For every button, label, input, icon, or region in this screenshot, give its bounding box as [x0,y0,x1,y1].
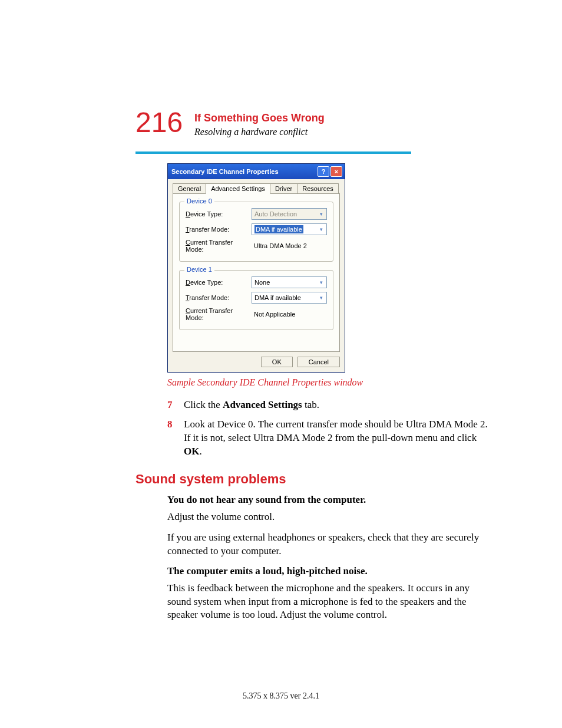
tab-resources[interactable]: Resources [297,183,339,194]
chapter-title: If Something Goes Wrong [194,112,325,124]
page: 216 If Something Goes Wrong Resolving a … [0,0,562,728]
chevron-down-icon[interactable]: ▾ [317,226,325,232]
tabstrip: General Advanced Settings Driver Resourc… [173,183,340,193]
problem-2-title: The computer emits a loud, high-pitched … [167,565,491,577]
device1-legend: Device 1 [184,266,214,273]
device0-current-label: Current Transfer Mode: [186,239,252,253]
section-heading: Sound system problems [135,472,491,487]
step-text: Click the Advanced Settings tab. [184,398,491,412]
device1-current-row: Current Transfer Mode: Not Applicable [186,307,327,321]
titlebar-buttons: ? × [318,166,342,177]
device0-transfer-select[interactable]: DMA if available ▾ [252,223,327,235]
dialog-client: General Advanced Settings Driver Resourc… [168,179,345,372]
device0-type-row: Device Type: Auto Detection ▾ [186,208,327,220]
tab-driver[interactable]: Driver [270,183,297,194]
device0-current-row: Current Transfer Mode: Ultra DMA Mode 2 [186,239,327,253]
device1-current-value: Not Applicable [252,311,295,318]
device1-type-row: Device Type: None ▾ [186,276,327,288]
device0-transfer-value: DMA if available [254,226,317,233]
step-7: 7 Click the Advanced Settings tab. [167,398,491,412]
problem-1-para-b: If you are using external headphones or … [167,531,491,558]
device1-transfer-select[interactable]: DMA if available ▾ [252,292,327,304]
chapter-subtitle: Resolving a hardware conflict [194,127,325,137]
titlebar-caption: Secondary IDE Channel Properties [171,168,318,175]
ok-button[interactable]: OK [261,357,293,367]
device1-transfer-label: Transfer Mode: [186,294,252,301]
header-rule [135,151,411,154]
device1-type-label: Device Type: [186,279,252,286]
chevron-down-icon[interactable]: ▾ [317,295,325,301]
chevron-down-icon[interactable]: ▾ [317,279,325,285]
problem-1-para-a: Adjust the volume control. [167,510,491,524]
problem-2-para-a: This is feedback between the microphone … [167,582,491,622]
chevron-down-icon: ▾ [317,211,325,217]
device0-legend: Device 0 [184,197,214,205]
footer: 5.375 x 8.375 ver 2.4.1 [0,691,562,701]
device0-type-select: Auto Detection ▾ [252,208,327,220]
close-icon[interactable]: × [330,166,342,177]
step-number: 7 [167,398,184,412]
page-number: 216 [135,108,183,137]
device1-type-select[interactable]: None ▾ [252,276,327,288]
step-text: Look at Device 0. The current transfer m… [184,418,491,459]
step-8: 8 Look at Device 0. The current transfer… [167,418,491,459]
device0-group: Device 0 Device Type: Auto Detection ▾ T… [179,202,333,262]
device0-transfer-row: Transfer Mode: DMA if available ▾ [186,223,327,235]
device1-current-label: Current Transfer Mode: [186,307,252,321]
figure-caption: Sample Secondary IDE Channel Properties … [167,377,491,388]
device0-current-value: Ultra DMA Mode 2 [252,242,307,249]
dialog-buttons: OK Cancel [173,357,340,367]
device0-transfer-label: Transfer Mode: [186,226,252,233]
cancel-button[interactable]: Cancel [297,357,340,367]
running-header: 216 If Something Goes Wrong Resolving a … [135,112,491,137]
device1-transfer-row: Transfer Mode: DMA if available ▾ [186,292,327,304]
problem-1-title: You do not hear any sound from the compu… [167,494,491,506]
step-number: 8 [167,418,184,459]
device0-type-value: Auto Detection [254,210,317,218]
properties-dialog: Secondary IDE Channel Properties ? × Gen… [167,163,345,373]
device0-type-label: Device Type: [186,210,252,218]
help-icon[interactable]: ? [318,166,329,177]
tab-advanced-settings[interactable]: Advanced Settings [206,183,270,194]
device1-type-value: None [254,279,317,286]
header-text: If Something Goes Wrong Resolving a hard… [194,112,325,137]
device1-group: Device 1 Device Type: None ▾ Transfer Mo… [179,270,333,330]
device1-transfer-value: DMA if available [254,294,317,301]
titlebar[interactable]: Secondary IDE Channel Properties ? × [168,164,345,179]
tab-panel: Device 0 Device Type: Auto Detection ▾ T… [173,193,340,352]
tab-general[interactable]: General [173,183,206,194]
